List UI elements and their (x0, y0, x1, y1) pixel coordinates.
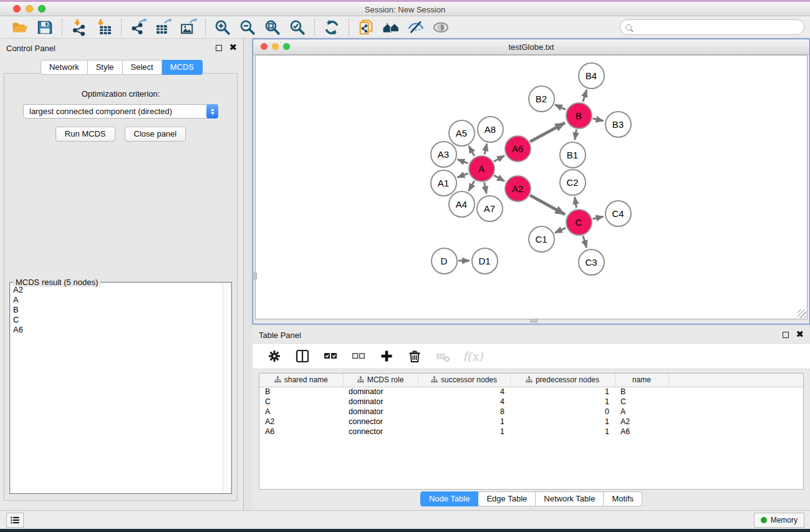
select-all-columns-icon[interactable] (322, 348, 339, 364)
graph-node-A1[interactable]: A1 (430, 170, 457, 196)
tab-motifs[interactable]: Motifs (604, 491, 642, 506)
graph-node-C4[interactable]: C4 (605, 200, 632, 227)
table-row[interactable]: A6connector11A6 (259, 427, 803, 437)
graph-node-A8[interactable]: A8 (477, 116, 504, 143)
tab-mcds[interactable]: MCDS (162, 60, 203, 75)
network-canvas[interactable]: B4B2BB3A8A5A6A3B1AC2A1A2A4A7C4CC1C3DD1 (255, 55, 808, 319)
tab-network-table[interactable]: Network Table (536, 491, 604, 506)
hide-graphics-details-icon[interactable] (403, 18, 428, 37)
save-session-icon[interactable] (32, 18, 57, 37)
zoom-out-icon[interactable] (235, 18, 260, 37)
open-file-icon[interactable] (7, 18, 32, 37)
table-row[interactable]: Cdominator41C (259, 397, 803, 407)
graph-node-D1[interactable]: D1 (471, 248, 498, 274)
graph-node-A5[interactable]: A5 (448, 120, 475, 147)
network-maximize-button[interactable] (283, 43, 290, 50)
tab-edge-table[interactable]: Edge Table (478, 491, 536, 506)
graph-node-A3[interactable]: A3 (430, 141, 457, 168)
control-panel-header: Control Panel ✖ (0, 39, 243, 57)
toolbar-separator (62, 19, 62, 36)
window-title: Session: New Session (0, 5, 810, 14)
refresh-icon[interactable] (319, 18, 344, 37)
mcds-result-item[interactable]: A6 (13, 325, 231, 335)
import-table-icon[interactable] (92, 18, 117, 37)
tab-select[interactable]: Select (123, 60, 162, 75)
create-column-icon[interactable] (378, 348, 395, 364)
close-panel-icon[interactable]: ✖ (229, 44, 237, 51)
export-table-icon[interactable] (151, 18, 176, 37)
table-row[interactable]: A2connector11A2 (259, 417, 803, 427)
zoom-selected-icon[interactable] (285, 18, 310, 37)
graph-node-A4[interactable]: A4 (448, 191, 475, 218)
split-panel-icon[interactable] (294, 348, 311, 364)
column-header-MCDS-role[interactable]: MCDS role (343, 374, 418, 387)
network-close-button[interactable] (261, 43, 268, 50)
graph-node-B4[interactable]: B4 (578, 62, 605, 89)
clone-network-icon[interactable] (354, 18, 378, 37)
graph-node-B3[interactable]: B3 (605, 111, 632, 138)
network-horizontal-scroll-handle[interactable] (530, 319, 538, 322)
unselect-all-columns-icon[interactable] (350, 348, 367, 364)
zoom-fit-icon[interactable] (260, 18, 285, 37)
tab-node-table[interactable]: Node Table (420, 491, 479, 506)
close-table-panel-icon[interactable]: ✖ (796, 331, 804, 338)
tab-style[interactable]: Style (88, 60, 123, 75)
column-header-shared-name[interactable]: shared name (259, 374, 343, 387)
graph-node-A[interactable]: A (468, 155, 495, 182)
status-bar: Memory (0, 510, 810, 529)
graph-node-A7[interactable]: A7 (476, 195, 503, 222)
list-icon (9, 515, 21, 526)
import-network-icon[interactable] (67, 18, 92, 37)
graph-node-A6[interactable]: A6 (504, 135, 531, 162)
canvas-resize-grip[interactable] (798, 309, 806, 318)
column-header-successor-nodes[interactable]: successor nodes (418, 374, 510, 387)
close-panel-button[interactable]: Close panel (125, 127, 186, 142)
graph-node-B2[interactable]: B2 (528, 85, 555, 112)
toolbar-separator (205, 19, 206, 36)
graph-node-A2[interactable]: A2 (504, 175, 531, 202)
network-vertical-scroll-handle[interactable] (254, 273, 257, 279)
tab-network[interactable]: Network (41, 60, 88, 75)
run-mcds-button[interactable]: Run MCDS (55, 127, 115, 142)
optimization-criterion-dropdown[interactable]: largest connected component (directed) (23, 104, 218, 118)
table-settings-icon[interactable] (266, 348, 282, 364)
search-input[interactable] (635, 23, 799, 32)
export-network-icon[interactable] (126, 18, 151, 37)
memory-button[interactable]: Memory (754, 513, 804, 528)
task-history-button[interactable] (6, 513, 24, 528)
home-icon[interactable] (378, 18, 403, 37)
graph-node-C2[interactable]: C2 (559, 169, 586, 196)
mcds-result-item[interactable]: A (13, 295, 231, 305)
export-image-icon[interactable] (176, 18, 201, 37)
column-header-predecessor-nodes[interactable]: predecessor nodes (510, 374, 615, 387)
optimization-criterion-label: Optimization criterion: (4, 89, 237, 99)
dropdown-stepper-icon (206, 104, 218, 118)
table-panel: Table Panel ✖ f(x) shared nameMCDS roles… (253, 326, 810, 510)
graph-node-C[interactable]: C (566, 209, 592, 236)
column-header-name[interactable]: name (615, 374, 668, 387)
float-panel-icon[interactable] (216, 45, 222, 51)
table-row[interactable]: Adominator80A (259, 407, 803, 417)
toolbar-separator (349, 19, 349, 36)
main-titlebar: Session: New Session (0, 2, 810, 16)
table-panel-title: Table Panel (259, 331, 301, 340)
graph-node-C1[interactable]: C1 (528, 226, 555, 253)
zoom-in-icon[interactable] (210, 18, 235, 37)
node-table[interactable]: shared nameMCDS rolesuccessor nodesprede… (259, 373, 804, 490)
show-graphics-details-icon[interactable] (428, 18, 453, 37)
search-box[interactable] (620, 19, 804, 35)
table-row[interactable]: Bdominator41B (259, 387, 803, 397)
network-minimize-button[interactable] (272, 43, 279, 50)
network-window-title: testGlobe.txt (253, 39, 809, 52)
mcds-result-item[interactable]: C (13, 315, 231, 325)
graph-node-B[interactable]: B (566, 102, 592, 129)
delete-columns-icon[interactable] (407, 348, 423, 364)
mcds-result-scrollbar[interactable] (223, 283, 231, 493)
desktop-strip-bottom (0, 529, 810, 532)
mcds-result-list[interactable]: A2ABCA6 (11, 283, 231, 493)
float-table-panel-icon[interactable] (783, 332, 789, 338)
graph-node-C3[interactable]: C3 (578, 249, 605, 276)
mcds-result-item[interactable]: B (13, 305, 231, 315)
graph-node-D[interactable]: D (431, 248, 458, 274)
graph-node-B1[interactable]: B1 (559, 142, 586, 168)
